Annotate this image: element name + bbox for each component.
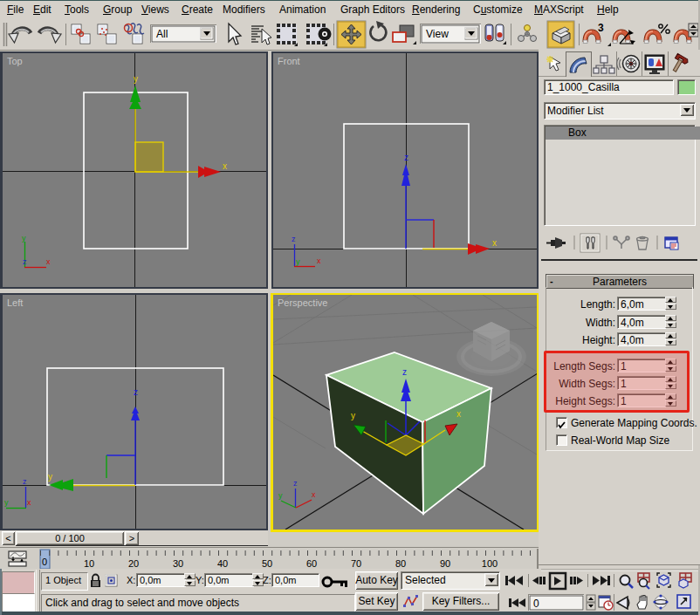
svg-text:80: 80 [395, 558, 406, 569]
svg-text:x: x [492, 238, 497, 248]
svg-text:y: y [351, 411, 355, 420]
svg-text:z: z [23, 257, 27, 266]
svg-text:70: 70 [351, 558, 361, 569]
svg-text:0: 0 [42, 557, 47, 567]
svg-text:0: 0 [533, 598, 539, 610]
svg-text:y: y [134, 74, 138, 84]
svg-text:View: View [426, 28, 449, 40]
svg-text:50: 50 [262, 558, 272, 569]
svg-text:y: y [22, 234, 26, 243]
svg-text:x: x [317, 256, 321, 265]
svg-text:z: z [134, 387, 138, 397]
svg-text:3: 3 [598, 22, 604, 34]
svg-text:90: 90 [440, 558, 450, 569]
svg-text:x: x [312, 490, 316, 499]
svg-text:20: 20 [128, 558, 139, 569]
svg-text:x: x [456, 409, 461, 419]
svg-text:Front: Front [278, 56, 300, 66]
svg-text:z: z [23, 477, 27, 486]
svg-text:z: z [292, 235, 296, 243]
svg-text:10: 10 [84, 558, 94, 569]
svg-text:z: z [404, 153, 408, 162]
svg-text:Perspective: Perspective [278, 297, 327, 308]
svg-text:30: 30 [173, 558, 183, 569]
svg-text:y: y [4, 498, 9, 507]
svg-text:All: All [156, 28, 168, 40]
svg-text:x: x [223, 161, 227, 171]
svg-text:60: 60 [306, 558, 317, 569]
svg-text:40: 40 [217, 558, 228, 569]
svg-text:x: x [46, 257, 51, 266]
svg-text:Left: Left [7, 297, 23, 308]
svg-text:z: z [402, 367, 407, 377]
svg-text:y: y [296, 257, 300, 266]
svg-text:x: x [27, 498, 31, 507]
svg-text:Top: Top [7, 56, 23, 66]
svg-text:z: z [293, 479, 298, 488]
svg-text:y: y [278, 491, 283, 500]
svg-text:100: 100 [482, 558, 498, 569]
svg-text:y: y [48, 472, 52, 482]
